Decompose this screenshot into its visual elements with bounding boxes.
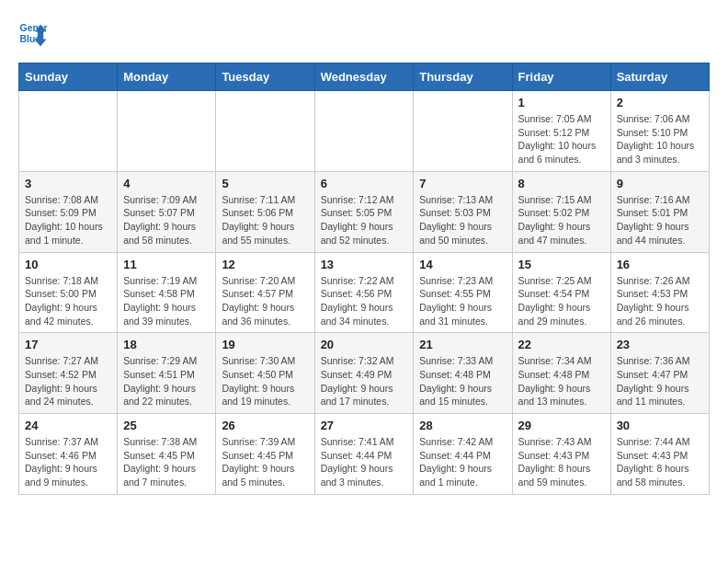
- day-cell: 29Sunrise: 7:43 AM Sunset: 4:43 PM Dayli…: [512, 414, 610, 495]
- day-number: 13: [321, 258, 408, 271]
- day-cell: 25Sunrise: 7:38 AM Sunset: 4:45 PM Dayli…: [118, 414, 216, 495]
- day-cell: 28Sunrise: 7:42 AM Sunset: 4:44 PM Dayli…: [414, 414, 512, 495]
- day-cell: [314, 91, 414, 172]
- day-info: Sunrise: 7:08 AM Sunset: 5:09 PM Dayligh…: [25, 193, 111, 247]
- day-header-wednesday: Wednesday: [314, 63, 414, 91]
- day-cell: 19Sunrise: 7:30 AM Sunset: 4:50 PM Dayli…: [216, 333, 314, 414]
- day-headers-row: SundayMondayTuesdayWednesdayThursdayFrid…: [19, 63, 710, 91]
- day-cell: [118, 91, 216, 172]
- day-number: 8: [518, 177, 605, 190]
- day-number: 4: [123, 177, 210, 190]
- day-info: Sunrise: 7:43 AM Sunset: 4:43 PM Dayligh…: [518, 435, 605, 489]
- day-info: Sunrise: 7:29 AM Sunset: 4:51 PM Dayligh…: [123, 354, 210, 408]
- day-info: Sunrise: 7:12 AM Sunset: 5:05 PM Dayligh…: [321, 193, 408, 247]
- day-number: 26: [222, 419, 308, 432]
- week-row-5: 24Sunrise: 7:37 AM Sunset: 4:46 PM Dayli…: [19, 414, 710, 495]
- day-number: 29: [518, 419, 605, 432]
- day-cell: 23Sunrise: 7:36 AM Sunset: 4:47 PM Dayli…: [610, 333, 709, 414]
- day-cell: 9Sunrise: 7:16 AM Sunset: 5:01 PM Daylig…: [610, 171, 709, 252]
- day-number: 25: [123, 419, 210, 432]
- day-number: 27: [321, 419, 408, 432]
- day-number: 24: [25, 419, 111, 432]
- day-info: Sunrise: 7:32 AM Sunset: 4:49 PM Dayligh…: [321, 354, 408, 408]
- day-number: 21: [419, 338, 506, 351]
- logo-icon: General Blue: [18, 18, 48, 48]
- day-info: Sunrise: 7:20 AM Sunset: 4:57 PM Dayligh…: [222, 274, 308, 328]
- day-cell: 11Sunrise: 7:19 AM Sunset: 4:58 PM Dayli…: [118, 252, 216, 333]
- day-number: 19: [222, 338, 308, 351]
- day-cell: [216, 91, 314, 172]
- day-number: 16: [617, 258, 703, 271]
- day-cell: 6Sunrise: 7:12 AM Sunset: 5:05 PM Daylig…: [314, 171, 414, 252]
- day-number: 7: [419, 177, 506, 190]
- day-header-thursday: Thursday: [414, 63, 512, 91]
- day-info: Sunrise: 7:30 AM Sunset: 4:50 PM Dayligh…: [222, 354, 308, 408]
- day-cell: 18Sunrise: 7:29 AM Sunset: 4:51 PM Dayli…: [118, 333, 216, 414]
- day-info: Sunrise: 7:34 AM Sunset: 4:48 PM Dayligh…: [518, 354, 605, 408]
- day-cell: 3Sunrise: 7:08 AM Sunset: 5:09 PM Daylig…: [19, 171, 118, 252]
- day-cell: 10Sunrise: 7:18 AM Sunset: 5:00 PM Dayli…: [19, 252, 118, 333]
- logo: General Blue: [18, 18, 51, 48]
- day-cell: 1Sunrise: 7:05 AM Sunset: 5:12 PM Daylig…: [512, 91, 610, 172]
- day-header-saturday: Saturday: [610, 63, 709, 91]
- day-number: 11: [123, 258, 210, 271]
- day-cell: 21Sunrise: 7:33 AM Sunset: 4:48 PM Dayli…: [414, 333, 512, 414]
- day-info: Sunrise: 7:19 AM Sunset: 4:58 PM Dayligh…: [123, 274, 210, 328]
- day-number: 28: [419, 419, 506, 432]
- day-number: 20: [321, 338, 408, 351]
- day-info: Sunrise: 7:05 AM Sunset: 5:12 PM Dayligh…: [518, 112, 605, 167]
- day-info: Sunrise: 7:16 AM Sunset: 5:01 PM Dayligh…: [617, 193, 703, 247]
- day-info: Sunrise: 7:11 AM Sunset: 5:06 PM Dayligh…: [222, 193, 308, 247]
- day-cell: 12Sunrise: 7:20 AM Sunset: 4:57 PM Dayli…: [216, 252, 314, 333]
- day-info: Sunrise: 7:23 AM Sunset: 4:55 PM Dayligh…: [419, 274, 506, 328]
- day-number: 23: [617, 338, 703, 351]
- day-cell: 27Sunrise: 7:41 AM Sunset: 4:44 PM Dayli…: [314, 414, 414, 495]
- day-number: 17: [25, 338, 111, 351]
- day-info: Sunrise: 7:06 AM Sunset: 5:10 PM Dayligh…: [617, 112, 703, 167]
- page-header: General Blue: [18, 18, 710, 48]
- day-number: 3: [25, 177, 111, 190]
- day-number: 5: [222, 177, 308, 190]
- day-info: Sunrise: 7:44 AM Sunset: 4:43 PM Dayligh…: [617, 435, 703, 489]
- day-cell: 17Sunrise: 7:27 AM Sunset: 4:52 PM Dayli…: [19, 333, 118, 414]
- day-info: Sunrise: 7:41 AM Sunset: 4:44 PM Dayligh…: [321, 435, 408, 489]
- week-row-3: 10Sunrise: 7:18 AM Sunset: 5:00 PM Dayli…: [19, 252, 710, 333]
- day-number: 30: [617, 419, 703, 432]
- day-info: Sunrise: 7:39 AM Sunset: 4:45 PM Dayligh…: [222, 435, 308, 489]
- day-cell: [414, 91, 512, 172]
- day-number: 12: [222, 258, 308, 271]
- day-info: Sunrise: 7:36 AM Sunset: 4:47 PM Dayligh…: [617, 354, 703, 408]
- week-row-4: 17Sunrise: 7:27 AM Sunset: 4:52 PM Dayli…: [19, 333, 710, 414]
- week-row-1: 1Sunrise: 7:05 AM Sunset: 5:12 PM Daylig…: [19, 91, 710, 172]
- day-number: 1: [518, 96, 605, 109]
- day-number: 14: [419, 258, 506, 271]
- day-info: Sunrise: 7:38 AM Sunset: 4:45 PM Dayligh…: [123, 435, 210, 489]
- day-header-sunday: Sunday: [19, 63, 118, 91]
- day-info: Sunrise: 7:22 AM Sunset: 4:56 PM Dayligh…: [321, 274, 408, 328]
- day-header-tuesday: Tuesday: [216, 63, 314, 91]
- calendar-table: SundayMondayTuesdayWednesdayThursdayFrid…: [18, 63, 710, 495]
- week-row-2: 3Sunrise: 7:08 AM Sunset: 5:09 PM Daylig…: [19, 171, 710, 252]
- day-info: Sunrise: 7:42 AM Sunset: 4:44 PM Dayligh…: [419, 435, 506, 489]
- day-number: 6: [321, 177, 408, 190]
- day-number: 9: [617, 177, 703, 190]
- day-info: Sunrise: 7:13 AM Sunset: 5:03 PM Dayligh…: [419, 193, 506, 247]
- day-cell: 2Sunrise: 7:06 AM Sunset: 5:10 PM Daylig…: [610, 91, 709, 172]
- day-info: Sunrise: 7:18 AM Sunset: 5:00 PM Dayligh…: [25, 274, 111, 328]
- day-cell: [19, 91, 118, 172]
- day-cell: 5Sunrise: 7:11 AM Sunset: 5:06 PM Daylig…: [216, 171, 314, 252]
- day-cell: 7Sunrise: 7:13 AM Sunset: 5:03 PM Daylig…: [414, 171, 512, 252]
- day-cell: 13Sunrise: 7:22 AM Sunset: 4:56 PM Dayli…: [314, 252, 414, 333]
- day-cell: 30Sunrise: 7:44 AM Sunset: 4:43 PM Dayli…: [610, 414, 709, 495]
- day-number: 22: [518, 338, 605, 351]
- day-cell: 4Sunrise: 7:09 AM Sunset: 5:07 PM Daylig…: [118, 171, 216, 252]
- day-info: Sunrise: 7:15 AM Sunset: 5:02 PM Dayligh…: [518, 193, 605, 247]
- day-cell: 14Sunrise: 7:23 AM Sunset: 4:55 PM Dayli…: [414, 252, 512, 333]
- day-cell: 22Sunrise: 7:34 AM Sunset: 4:48 PM Dayli…: [512, 333, 610, 414]
- day-info: Sunrise: 7:37 AM Sunset: 4:46 PM Dayligh…: [25, 435, 111, 489]
- day-header-monday: Monday: [118, 63, 216, 91]
- day-cell: 20Sunrise: 7:32 AM Sunset: 4:49 PM Dayli…: [314, 333, 414, 414]
- day-cell: 15Sunrise: 7:25 AM Sunset: 4:54 PM Dayli…: [512, 252, 610, 333]
- day-cell: 16Sunrise: 7:26 AM Sunset: 4:53 PM Dayli…: [610, 252, 709, 333]
- day-info: Sunrise: 7:09 AM Sunset: 5:07 PM Dayligh…: [123, 193, 210, 247]
